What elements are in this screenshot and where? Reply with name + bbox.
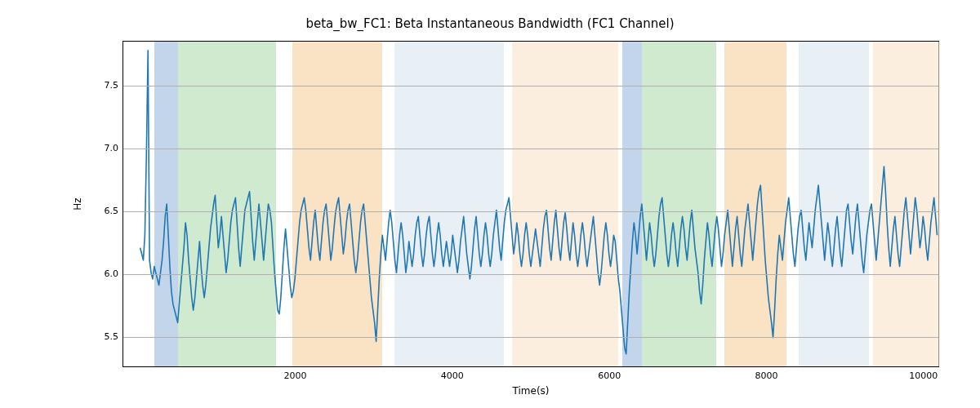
gridline (123, 274, 938, 275)
y-tick-label: 6.5 (105, 205, 119, 215)
y-tick-label: 7.0 (105, 142, 119, 153)
plot-area (122, 41, 939, 367)
chart-title: beta_bw_FC1: Beta Instantaneous Bandwidt… (0, 16, 980, 31)
y-tick-label: 7.5 (105, 79, 119, 90)
x-tick-label: 4000 (441, 370, 464, 381)
y-axis-label: Hz (72, 197, 83, 210)
line-series (123, 42, 938, 366)
gridline (123, 211, 938, 212)
x-tick-label: 8000 (755, 370, 777, 381)
x-tick-label: 2000 (284, 370, 307, 381)
series-line (140, 51, 938, 354)
chart-container: beta_bw_FC1: Beta Instantaneous Bandwidt… (0, 0, 980, 408)
x-axis-label: Time(s) (513, 385, 550, 397)
gridline (123, 337, 938, 338)
gridline (123, 149, 938, 149)
x-tick-label: 10000 (909, 370, 938, 381)
gridline (123, 86, 938, 86)
y-tick-label: 5.5 (105, 330, 119, 341)
x-tick-label: 6000 (598, 370, 621, 381)
y-tick-label: 6.0 (105, 268, 119, 278)
